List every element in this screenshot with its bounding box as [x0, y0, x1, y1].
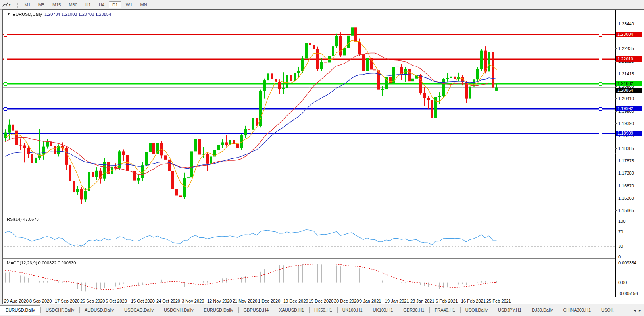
timeframe-button[interactable]: W1 [122, 1, 136, 8]
toolbar-grip [15, 2, 18, 8]
date-axis-label: 12 Nov 2020 [207, 299, 232, 303]
date-axis-label: 9 Jan 2021 [359, 299, 381, 303]
price-axis-tick: 1.20410 [618, 96, 634, 101]
timeframe-toolbar: ▾ M1M5M15M30H1H4D1W1MN [0, 0, 644, 10]
symbol-tab[interactable]: EURUSD,Daily [0, 305, 40, 315]
chart-canvas[interactable] [3, 10, 616, 297]
symbol-tab[interactable]: UK100,H1 [337, 305, 368, 315]
symbol-tab[interactable]: USDCHF,Daily [40, 305, 79, 315]
timeframe-button[interactable]: H1 [82, 1, 94, 8]
timeframe-button[interactable]: H4 [95, 1, 108, 8]
tab-scroll-left-icon[interactable]: ◂ [634, 308, 636, 312]
date-axis-label: 1 Dec 2020 [258, 299, 280, 303]
indicator-scale-label: 30 [618, 244, 623, 249]
price-level-badge: 1.19992 [616, 106, 642, 111]
symbol-tab[interactable]: EURUSD,Daily [199, 305, 238, 315]
symbol-tab-bar: EURUSD,DailyUSDCHF,DailyAUDUSD,DailyUSDC… [0, 304, 644, 316]
indicator-scale-label: 100 [618, 219, 625, 224]
timeframe-button[interactable]: M5 [35, 1, 48, 8]
price-axis-tick: 1.17380 [618, 171, 634, 175]
date-axis-label: 16 Feb 2021 [461, 299, 486, 303]
timeframe-button[interactable]: M15 [49, 1, 64, 8]
date-axis-label: 26 Sep 2020 [80, 299, 105, 303]
symbol-tab[interactable]: USDCNH,Daily [159, 305, 199, 315]
indicator-scale-label: 0.009354 [618, 260, 636, 265]
symbol-tab[interactable]: USDJPY,H1 [493, 305, 527, 315]
chart-symbol-label: EURUSD,Daily [13, 12, 42, 17]
date-axis-label: 25 Feb 2021 [486, 299, 511, 303]
price-level-badge: 1.18999 [616, 131, 642, 136]
chart-ohlc-values: 1.20734 1.21003 1.20702 1.20854 [44, 12, 111, 17]
price-level-badge: 1.22010 [616, 56, 642, 62]
price-level-badge: 1.21002 [616, 81, 642, 86]
symbol-tab[interactable]: CHINA300,H1 [558, 305, 596, 315]
timeframe-buttons: M1M5M15M30H1H4D1W1MN [21, 2, 151, 7]
timeframe-button[interactable]: MN [137, 1, 151, 8]
timeframe-button[interactable]: M30 [65, 1, 81, 8]
date-axis-label: 30 Dec 2020 [334, 299, 359, 303]
date-axis-label: 19 Dec 2020 [309, 299, 333, 303]
date-axis-label: 29 Aug 2020 [4, 299, 29, 303]
date-axis-label: 10 Dec 2020 [283, 299, 308, 303]
tab-scroll-right-icon[interactable]: ▸ [639, 308, 641, 312]
chevron-down-icon[interactable]: ▾ [9, 3, 11, 7]
date-axis-label: 24 Oct 2020 [156, 299, 180, 303]
chart-title: ▼ EURUSD,Daily 1.20734 1.21003 1.20702 1… [7, 12, 111, 17]
date-axis-label: 21 Nov 2020 [233, 299, 257, 303]
price-level-badge: 1.23004 [616, 32, 642, 37]
chart-window: ▼ EURUSD,Daily 1.20734 1.21003 1.20702 1… [2, 9, 644, 305]
date-axis-label: 17 Sep 2020 [55, 299, 79, 303]
timeframe-button[interactable]: M1 [21, 1, 34, 8]
date-axis-label: 8 Sep 2020 [29, 299, 52, 303]
symbol-tab[interactable]: GBPUSD,H4 [238, 305, 274, 315]
symbol-tabs: EURUSD,DailyUSDCHF,DailyAUDUSD,DailyUSDC… [0, 305, 631, 315]
price-axis-tick: 1.21415 [618, 71, 634, 76]
price-axis-tick: 1.18385 [618, 146, 634, 151]
date-axis-label: 28 Jan 2021 [410, 299, 434, 303]
symbol-tab[interactable]: UK100,H1 [368, 305, 398, 315]
symbol-tab[interactable]: HK50,H1 [309, 305, 337, 315]
symbol-tab[interactable]: USDCAD,Daily [119, 305, 159, 315]
symbol-tab[interactable]: GER30,H1 [398, 305, 429, 315]
date-axis-label: 19 Jan 2021 [385, 299, 409, 303]
price-axis: 1.234401.229501.224351.219251.214151.209… [616, 10, 644, 297]
price-axis-tick: 1.22435 [618, 46, 634, 51]
price-axis-tick: 1.15865 [618, 208, 634, 213]
indicator-scale-label: 0 [618, 254, 621, 259]
date-axis-label: 6 Oct 2020 [106, 299, 127, 303]
tab-scroll-nav: ◂ ▸ [631, 305, 644, 315]
symbol-tab[interactable]: XAUUSD,H1 [274, 305, 309, 315]
chart-cursor-icon[interactable] [1, 2, 8, 8]
timeframe-button[interactable]: D1 [109, 1, 121, 8]
symbol-tab[interactable]: USOil,Daily [460, 305, 493, 315]
price-axis-tick: 1.17875 [618, 158, 634, 163]
collapse-caret-icon[interactable]: ▼ [7, 12, 10, 16]
indicator-scale-label: 70 [618, 229, 623, 234]
price-axis-tick: 1.16360 [618, 196, 634, 200]
price-axis-tick: 1.19390 [618, 121, 634, 126]
indicator-scale-label: -0.005156 [618, 291, 638, 296]
date-axis: 29 Aug 20208 Sep 202017 Sep 202026 Sep 2… [3, 297, 616, 304]
symbol-tab[interactable]: DJ30,Daily [527, 305, 558, 315]
rsi-indicator-label: RSI(14) 47.0670 [7, 217, 39, 222]
date-axis-label: 15 Oct 2020 [131, 299, 155, 303]
indicator-scale-label: 0.00 [618, 280, 627, 285]
date-axis-label: 6 Feb 2021 [436, 299, 458, 303]
price-axis-tick: 1.16870 [618, 183, 634, 188]
price-level-badge: 1.20854 [616, 88, 642, 93]
price-axis-tick: 1.23440 [618, 21, 634, 26]
symbol-tab[interactable]: USOil, [596, 305, 619, 315]
mt4-terminal: ▾ M1M5M15M30H1H4D1W1MN ▼ EURUSD,Daily 1.… [0, 0, 644, 316]
symbol-tab[interactable]: FRA40,H1 [429, 305, 460, 315]
symbol-tab[interactable]: AUDUSD,Daily [79, 305, 119, 315]
date-axis-label: 3 Nov 2020 [182, 299, 204, 303]
macd-indicator-label: MACD(12,26,9) 0.000322 0.000330 [7, 260, 76, 265]
